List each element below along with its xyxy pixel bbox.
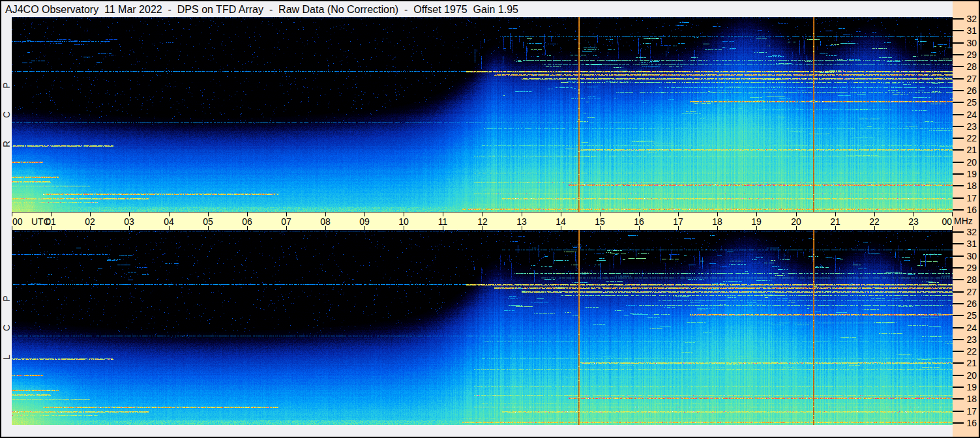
- panel-label-rcp: PCR: [1, 17, 12, 212]
- app-window: AJ4CO Observatory 11 Mar 2022 - DPS on T…: [0, 0, 980, 438]
- freq-tick-label: 24: [962, 110, 977, 120]
- panel-label-lcp: PCL: [1, 230, 12, 425]
- time-tick-label: 11: [433, 216, 453, 227]
- mhz-unit-label: MHz: [954, 216, 973, 226]
- spectrogram-lcp: [12, 230, 953, 425]
- freq-tick-label: 19: [962, 382, 977, 392]
- freq-tick-label: 26: [962, 299, 977, 309]
- time-tick-label: 00: [937, 216, 952, 227]
- time-tick-label: 02: [80, 216, 100, 227]
- freq-tick-label: 23: [962, 334, 977, 345]
- frequency-axis: MHz 323130292827262524232221201918171632…: [953, 1, 979, 437]
- freq-tick-label: 27: [962, 74, 977, 84]
- freq-tick-label: 32: [962, 14, 977, 24]
- time-tick-label: 12: [473, 216, 492, 227]
- freq-tick-label: 21: [962, 358, 977, 368]
- freq-tick-label: 30: [962, 38, 977, 48]
- panel-letter: C: [2, 324, 11, 330]
- freq-tick-label: 16: [962, 418, 977, 428]
- time-axis: 0001020304050607080910111213141516171819…: [12, 212, 953, 230]
- freq-tick-label: 17: [962, 406, 977, 416]
- freq-tick-label: 20: [962, 370, 977, 381]
- utc-unit-label: UTC: [31, 216, 50, 227]
- panel-letter: P: [2, 295, 11, 301]
- freq-tick-label: 31: [962, 25, 977, 36]
- time-tick-label: 19: [747, 216, 766, 227]
- time-tick-label: 18: [707, 216, 727, 227]
- freq-tick-label: 21: [962, 145, 977, 155]
- time-tick-label: 04: [159, 216, 179, 227]
- time-tick-label: 17: [668, 216, 688, 227]
- freq-tick-label: 18: [962, 394, 977, 404]
- page-title: AJ4CO Observatory 11 Mar 2022 - DPS on T…: [5, 3, 518, 16]
- time-tick-label: 20: [786, 216, 806, 227]
- time-tick-label: 00: [12, 216, 23, 227]
- time-tick-label: 16: [629, 216, 649, 227]
- time-tick-label: 15: [590, 216, 610, 227]
- freq-tick-label: 28: [962, 61, 977, 72]
- time-tick-label: 14: [551, 216, 571, 227]
- freq-tick-label: 19: [962, 169, 977, 179]
- time-tick-label: 22: [865, 216, 884, 227]
- freq-tick-label: 22: [962, 346, 977, 357]
- freq-tick-label: 32: [962, 227, 977, 237]
- time-tick-label: 10: [394, 216, 413, 227]
- freq-tick-label: 24: [962, 323, 977, 333]
- freq-tick-label: 22: [962, 133, 977, 143]
- time-tick-label: 23: [904, 216, 923, 227]
- time-tick-label: 05: [198, 216, 218, 227]
- freq-tick-label: 17: [962, 193, 977, 203]
- panel-letter: R: [2, 140, 11, 147]
- freq-tick-label: 20: [962, 157, 977, 168]
- freq-tick-label: 27: [962, 287, 977, 297]
- freq-tick-label: 29: [962, 263, 977, 273]
- panel-letter: P: [2, 82, 11, 88]
- plot-background: AJ4CO Observatory 11 Mar 2022 - DPS on T…: [1, 1, 979, 437]
- spectrogram-rcp: [12, 17, 953, 212]
- freq-tick-label: 26: [962, 85, 977, 96]
- panel-letter: L: [2, 355, 11, 360]
- freq-tick-label: 31: [962, 239, 977, 249]
- freq-tick-label: 16: [962, 205, 977, 215]
- time-tick-label: 06: [237, 216, 257, 227]
- time-tick-label: 03: [119, 216, 139, 227]
- freq-tick-label: 28: [962, 274, 977, 285]
- time-tick-label: 21: [825, 216, 845, 227]
- time-tick-label: 08: [316, 216, 335, 227]
- time-tick-label: 09: [355, 216, 374, 227]
- time-tick-label: 07: [276, 216, 296, 227]
- time-tick-label: 13: [512, 216, 531, 227]
- freq-tick-label: 29: [962, 50, 977, 60]
- freq-tick-label: 23: [962, 121, 977, 132]
- freq-tick-label: 30: [962, 251, 977, 261]
- freq-tick-label: 25: [962, 310, 977, 321]
- panel-letter: C: [2, 111, 11, 117]
- freq-tick-label: 18: [962, 181, 977, 191]
- freq-tick-label: 25: [962, 97, 977, 108]
